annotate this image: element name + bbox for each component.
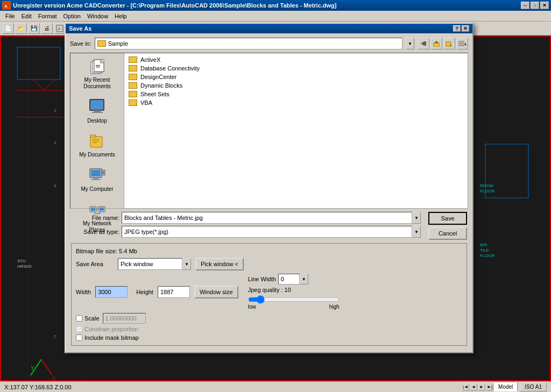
- save-in-dropdown-arrow[interactable]: ▼: [406, 38, 414, 49]
- constrain-checkbox[interactable]: [76, 326, 82, 332]
- cancel-button[interactable]: Cancel: [428, 227, 467, 240]
- svg-text:2: 2: [54, 334, 56, 339]
- constrain-row: Constrain proportion: [76, 326, 462, 332]
- file-item-vba[interactable]: VBA: [126, 98, 465, 107]
- menu-option[interactable]: Option: [60, 12, 84, 20]
- sidebar-item-computer[interactable]: My Computer: [70, 162, 124, 197]
- mask-checkbox[interactable]: [76, 334, 82, 341]
- restore-button[interactable]: ▫: [531, 2, 539, 9]
- scale-checkbox-label[interactable]: Scale: [76, 315, 100, 322]
- scale-checkbox[interactable]: [76, 315, 82, 322]
- save-area-row: Save Area Pick window ▼ Pick window <: [76, 258, 462, 270]
- pick-window-button[interactable]: Pick window <: [195, 258, 244, 270]
- file-item-activex[interactable]: ActiveX: [126, 55, 465, 64]
- sidebar-item-documents[interactable]: My Documents: [70, 128, 124, 162]
- menu-file[interactable]: File: [2, 12, 18, 20]
- svg-text:FLOOR: FLOOR: [480, 189, 495, 194]
- sidebar-item-desktop[interactable]: Desktop: [70, 94, 124, 128]
- statusbar: X:137.07 Y:168.63 Z:0.00 |◄ ◄ ► ►| Model…: [0, 381, 551, 392]
- tab-prev-button[interactable]: ◄: [470, 383, 477, 391]
- file-item-dynblocks[interactable]: Dynamic Blocks: [126, 81, 465, 90]
- toolbar-print[interactable]: 🖨: [41, 23, 53, 34]
- file-form-inputs: File name: ▼ Save as type: JPEG type(*.j…: [71, 212, 421, 240]
- view-menu-button[interactable]: ▼: [456, 38, 468, 49]
- app-icon: A: [2, 1, 11, 10]
- svg-rect-6: [17, 47, 60, 80]
- filename-row: File name: ▼: [71, 212, 421, 224]
- svg-text:▼: ▼: [464, 42, 466, 46]
- file-item-activex-label: ActiveX: [140, 56, 160, 63]
- line-width-dropdown-arrow[interactable]: ▼: [300, 274, 308, 284]
- toolbar-new[interactable]: 📄: [2, 23, 14, 34]
- mask-row: Include mask bitmap: [76, 334, 462, 341]
- desktop-icon: [89, 98, 106, 116]
- dialog-close-button[interactable]: ✕: [462, 25, 469, 32]
- width-label: Width: [76, 289, 91, 295]
- file-item-sheetsets[interactable]: Sheet Sets: [126, 90, 465, 98]
- app-window-controls: ─ ▫ ✕: [521, 2, 549, 9]
- svg-text:X: X: [52, 376, 56, 380]
- toolbar-open[interactable]: 📂: [15, 23, 27, 34]
- scale-row: Scale: [76, 313, 462, 324]
- svg-rect-47: [93, 141, 99, 141]
- svg-text:3: 3: [54, 140, 56, 145]
- tab-model[interactable]: Model: [493, 382, 518, 391]
- dialog-titlebar: Save As ? ✕: [66, 24, 472, 33]
- sidebar-item-computer-label: My Computer: [81, 186, 113, 193]
- height-input[interactable]: [158, 286, 190, 298]
- save-in-row: Save in: Sample ▼ *: [70, 38, 468, 49]
- line-width-value[interactable]: 0: [278, 274, 300, 284]
- dialog-help-button[interactable]: ?: [453, 25, 461, 32]
- dimensions-row: Width Height Window size Line Width 0 ▼ …: [76, 274, 462, 310]
- svg-text:B/R: B/R: [480, 243, 488, 247]
- menu-window[interactable]: Window: [84, 12, 111, 20]
- width-input[interactable]: [95, 286, 128, 298]
- quality-section: Line Width 0 ▼ Jpeg quality : 10 low hig…: [248, 274, 340, 310]
- svg-rect-51: [93, 177, 98, 179]
- coordinates: X:137.07 Y:168.63 Z:0.00: [4, 384, 462, 390]
- quality-high-label: high: [329, 304, 340, 310]
- recent-icon: [89, 58, 106, 75]
- minimize-button[interactable]: ─: [521, 2, 529, 9]
- toolbar-save[interactable]: 💾: [28, 23, 40, 34]
- save-button[interactable]: Save: [428, 212, 467, 225]
- constrain-checkbox-label[interactable]: Constrain proportion: [76, 326, 138, 332]
- tab-first-button[interactable]: |◄: [462, 383, 469, 391]
- savetype-dropdown-arrow[interactable]: ▼: [412, 226, 421, 238]
- filename-input[interactable]: [122, 212, 412, 224]
- save-area-dropdown-arrow[interactable]: ▼: [182, 258, 191, 270]
- save-area-value[interactable]: Pick window: [118, 258, 182, 270]
- svg-rect-42: [94, 110, 101, 112]
- svg-rect-45: [90, 135, 96, 137]
- constrain-label: Constrain proportion: [84, 326, 138, 332]
- tab-iso[interactable]: ISO A1: [520, 382, 547, 391]
- svg-rect-31: [459, 41, 464, 46]
- close-button[interactable]: ✕: [540, 2, 549, 9]
- tab-last-button[interactable]: ►|: [486, 383, 493, 391]
- folder-icon-sheetsets: [129, 91, 137, 97]
- file-item-dbconn[interactable]: Database Connectivity: [126, 64, 465, 73]
- mask-checkbox-label[interactable]: Include mask bitmap: [76, 334, 139, 341]
- tab-next-button[interactable]: ►: [478, 383, 485, 391]
- sidebar-item-recent[interactable]: My RecentDocuments: [70, 53, 124, 94]
- sidebar-item-desktop-label: Desktop: [87, 118, 107, 124]
- menu-edit[interactable]: Edit: [18, 12, 35, 20]
- new-folder-button[interactable]: *: [443, 38, 455, 49]
- window-size-button[interactable]: Window size: [194, 286, 238, 298]
- up-folder-button[interactable]: [430, 38, 442, 49]
- toolbar-btn5[interactable]: A: [54, 23, 66, 34]
- savetype-value[interactable]: JPEG type(*.jpg): [122, 226, 412, 238]
- svg-text:A: A: [58, 26, 61, 31]
- menu-format[interactable]: Format: [35, 12, 60, 20]
- menu-help[interactable]: Help: [111, 12, 130, 20]
- filename-dropdown-arrow[interactable]: ▼: [412, 212, 421, 224]
- svg-rect-39: [96, 67, 100, 67]
- save-in-dropdown[interactable]: Sample: [95, 38, 402, 49]
- quality-slider[interactable]: [248, 295, 340, 304]
- file-list: ActiveX Database Connectivity DesignCent…: [124, 53, 468, 208]
- svg-rect-50: [91, 170, 101, 176]
- file-item-designcenter[interactable]: DesignCenter: [126, 73, 465, 81]
- svg-line-22: [41, 359, 52, 375]
- svg-rect-38: [96, 65, 100, 66]
- back-button[interactable]: [418, 38, 429, 49]
